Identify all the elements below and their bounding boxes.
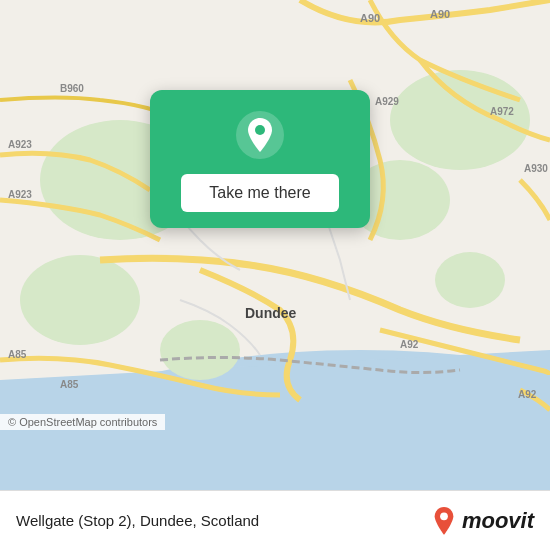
- moovit-logo: moovit: [430, 507, 534, 535]
- take-me-there-button[interactable]: Take me there: [181, 174, 338, 212]
- svg-text:A90: A90: [360, 12, 380, 24]
- svg-text:B960: B960: [60, 83, 84, 94]
- svg-text:Dundee: Dundee: [245, 305, 297, 321]
- svg-text:A972: A972: [490, 106, 514, 117]
- moovit-pin-icon: [430, 507, 458, 535]
- svg-point-25: [440, 512, 448, 520]
- svg-text:A923: A923: [8, 189, 32, 200]
- location-pin-icon: [235, 110, 285, 160]
- bottom-bar: Wellgate (Stop 2), Dundee, Scotland moov…: [0, 490, 550, 550]
- location-title: Wellgate (Stop 2), Dundee, Scotland: [16, 512, 259, 529]
- svg-point-24: [255, 125, 265, 135]
- svg-point-7: [20, 255, 140, 345]
- svg-text:A92: A92: [400, 339, 419, 350]
- svg-point-8: [160, 320, 240, 380]
- svg-text:A929: A929: [375, 96, 399, 107]
- moovit-brand-text: moovit: [462, 508, 534, 534]
- svg-text:A85: A85: [8, 349, 27, 360]
- svg-text:A930: A930: [524, 163, 548, 174]
- svg-text:A90: A90: [430, 8, 450, 20]
- map-container: A90 A90 A972 A929 B960 A923 A923 A85 A85…: [0, 0, 550, 490]
- svg-point-9: [435, 252, 505, 308]
- svg-point-5: [390, 70, 530, 170]
- map-attribution: © OpenStreetMap contributors: [0, 414, 165, 430]
- location-card: Take me there: [150, 90, 370, 228]
- svg-text:A92: A92: [518, 389, 537, 400]
- svg-text:A923: A923: [8, 139, 32, 150]
- svg-text:A85: A85: [60, 379, 79, 390]
